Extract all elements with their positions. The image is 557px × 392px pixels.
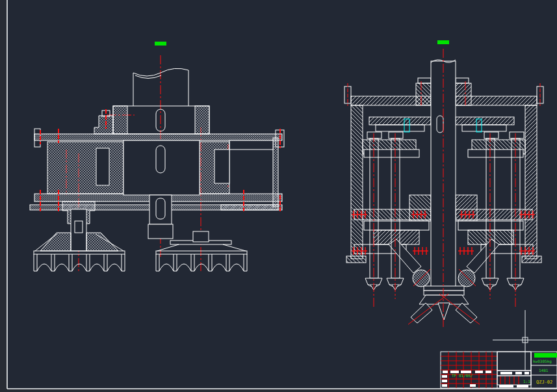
info-top-text: kw0305kg xyxy=(533,359,552,364)
drawing-number-text: QZJ-02 xyxy=(536,380,552,385)
drawing-canvas[interactable]: TF 01/06/ 1:1 xyxy=(0,0,557,392)
section-marker-left xyxy=(155,42,166,46)
scale-value: 1:1 xyxy=(523,379,530,384)
right-end-plate xyxy=(273,138,278,207)
section-marker-right xyxy=(437,40,449,44)
title-block: TF 01/06/ 1:1 xyxy=(441,352,557,388)
info-mid-text: 14B1 xyxy=(539,368,549,372)
revision-initials: TF xyxy=(452,373,457,378)
cutter-bit-right xyxy=(458,270,475,287)
info-bar-green xyxy=(534,353,557,358)
revision-date: 01/06/ xyxy=(459,373,473,378)
cad-window: TF 01/06/ 1:1 xyxy=(0,0,557,392)
